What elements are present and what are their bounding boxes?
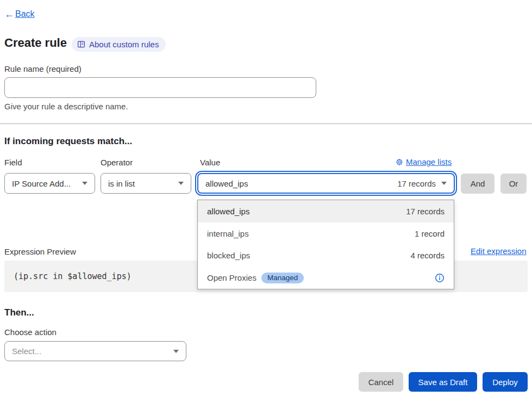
chevron-down-icon [173, 350, 179, 353]
expression-code: (ip.src in $allowed_ips) [14, 271, 132, 281]
value-select[interactable]: allowed_ips 17 records [197, 173, 455, 194]
value-select-value: allowed_ips [205, 179, 248, 188]
and-button[interactable]: And [461, 174, 495, 194]
gear-icon [396, 158, 403, 166]
rule-name-label: Rule name (required) [4, 64, 82, 73]
choose-action-label: Choose action [4, 327, 57, 337]
then-section-heading: Then... [4, 307, 34, 318]
cancel-button[interactable]: Cancel [359, 372, 403, 392]
field-select[interactable]: IP Source Add... [4, 173, 95, 194]
or-button[interactable]: Or [500, 174, 527, 194]
list-option-name: blocked_ips [207, 251, 250, 260]
action-select-placeholder: Select... [12, 347, 41, 356]
list-option-meta: 17 records [406, 207, 445, 216]
rule-name-helper: Give your rule a descriptive name. [4, 102, 128, 111]
match-section-heading: If incoming requests match... [4, 136, 132, 147]
list-option-name: internal_ips [207, 229, 249, 238]
section-divider [0, 123, 532, 124]
page-title: Create rule [4, 36, 67, 50]
value-select-meta: 17 records [397, 179, 436, 188]
list-option-meta: 4 records [410, 251, 445, 260]
operator-select-value: is in list [108, 179, 135, 188]
back-arrow-icon: ← [4, 9, 14, 19]
book-icon [77, 40, 85, 48]
list-option-name: allowed_ips [207, 207, 249, 216]
chevron-down-icon [441, 182, 447, 185]
manage-lists-link[interactable]: Manage lists [396, 157, 452, 166]
back-link[interactable]: ← Back [4, 9, 35, 19]
field-select-value: IP Source Add... [12, 179, 71, 188]
field-label: Field [4, 158, 22, 167]
edit-expression-link[interactable]: Edit expression [471, 246, 527, 256]
operator-select[interactable]: is in list [101, 173, 191, 194]
chevron-down-icon [82, 182, 87, 185]
value-label: Value [200, 158, 220, 167]
action-select[interactable]: Select... [4, 341, 186, 361]
deploy-button[interactable]: Deploy [483, 372, 528, 392]
list-option-open-proxies[interactable]: Open Proxies Managed [198, 267, 454, 289]
list-option-name: Open Proxies [207, 273, 256, 282]
list-option-blocked-ips[interactable]: blocked_ips 4 records [198, 245, 454, 267]
list-option-internal-ips[interactable]: internal_ips 1 record [198, 222, 454, 245]
about-badge-label: About custom rules [89, 40, 159, 49]
list-option-meta: 1 record [415, 229, 445, 238]
save-as-draft-button[interactable]: Save as Draft [409, 372, 477, 392]
lists-dropdown: allowed_ips 17 records internal_ips 1 re… [197, 200, 454, 289]
operator-label: Operator [101, 158, 133, 167]
back-link-label: Back [15, 9, 35, 19]
manage-lists-label: Manage lists [406, 157, 452, 166]
expression-preview-label: Expression Preview [4, 247, 76, 256]
chevron-down-icon [178, 182, 184, 185]
info-icon[interactable] [435, 273, 445, 283]
rule-name-input[interactable] [4, 77, 316, 98]
managed-badge: Managed [261, 273, 304, 283]
list-option-allowed-ips[interactable]: allowed_ips 17 records [198, 200, 454, 222]
about-custom-rules-badge[interactable]: About custom rules [72, 37, 166, 52]
